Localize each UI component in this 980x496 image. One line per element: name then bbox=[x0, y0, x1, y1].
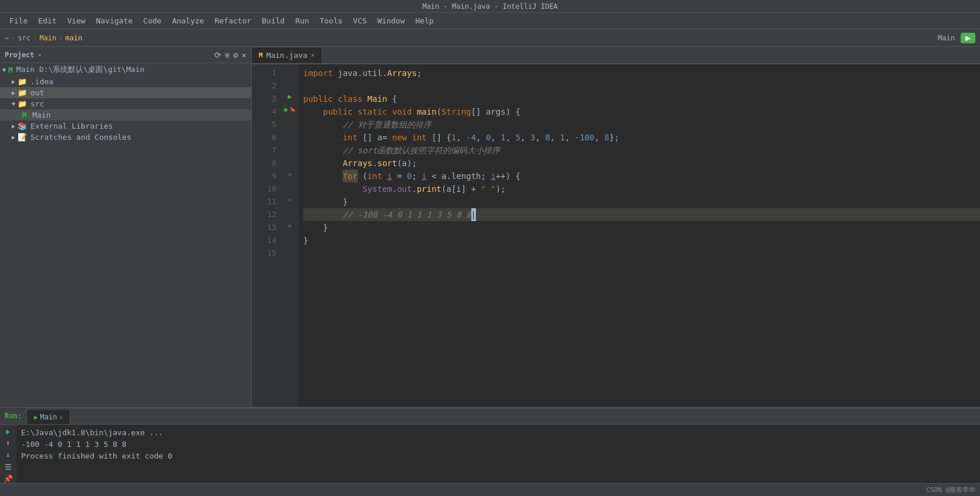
java-file-icon: M bbox=[21, 111, 28, 119]
line-num-4: 4 bbox=[252, 105, 276, 118]
gutter-12 bbox=[281, 206, 299, 219]
menu-window[interactable]: Window bbox=[373, 15, 410, 27]
line-num-12: 12 bbox=[252, 208, 276, 221]
console-output-line: -100 -4 0 1 1 1 3 5 8 8 bbox=[21, 439, 975, 450]
gutter-15 bbox=[281, 244, 299, 257]
nav-back-icon[interactable]: ↔ bbox=[5, 34, 9, 42]
menu-build[interactable]: Build bbox=[257, 15, 289, 27]
run-glyph-3[interactable]: ▶ bbox=[287, 92, 292, 101]
sidebar-title: Project bbox=[5, 51, 35, 59]
run-glyph-4[interactable]: ▶ bbox=[284, 105, 288, 113]
sidebar-header: Project ▾ ⟳ ≡ ⚙ ✕ bbox=[0, 47, 251, 63]
src-label: src bbox=[30, 99, 44, 108]
console-command-line: E:\Java\jdk1.8\bin\java.exe ... bbox=[21, 427, 975, 439]
tree-root[interactable]: ▼ M Main D:\系统默认\桌面\git\Main bbox=[0, 63, 251, 76]
sidebar-sync-icon[interactable]: ⟳ bbox=[214, 50, 221, 60]
code-line-15 bbox=[303, 247, 980, 260]
breadcrumb-main-class[interactable]: Main bbox=[39, 34, 56, 42]
line-num-5: 5 bbox=[252, 118, 276, 131]
folder-icon2: 📁 bbox=[18, 88, 27, 97]
console-down-btn[interactable]: ↓ bbox=[2, 450, 14, 459]
run-button[interactable]: ▶ bbox=[961, 33, 975, 43]
menu-run[interactable]: Run bbox=[290, 15, 313, 27]
tab-close-button[interactable]: ✕ bbox=[311, 51, 315, 59]
run-tab-close[interactable]: ✕ bbox=[59, 414, 63, 421]
tree-out[interactable]: ▶ 📁 out bbox=[0, 87, 251, 98]
bookmark-glyph-11: ◇ bbox=[288, 197, 292, 203]
tab-run-main[interactable]: ▶ Main ✕ bbox=[27, 410, 71, 424]
code-lines[interactable]: import java.util.Arrays; public class Ma… bbox=[299, 64, 980, 407]
console-content: E:\Java\jdk1.8\bin\java.exe ... -100 -4 … bbox=[16, 425, 980, 483]
root-label: Main D:\系统默认\桌面\git\Main bbox=[16, 64, 145, 75]
bookmark-glyph-9: ◇ bbox=[288, 171, 292, 177]
console-run-btn[interactable]: ▶ bbox=[2, 427, 14, 436]
code-line-5: // 对于普通数组的排序 bbox=[303, 118, 980, 131]
code-line-1: import java.util.Arrays; bbox=[303, 67, 980, 80]
line-num-9: 9 bbox=[252, 170, 276, 182]
out-label: out bbox=[30, 88, 44, 97]
line-numbers: 1 2 3 4 5 6 7 8 9 10 11 12 13 14 15 bbox=[252, 64, 281, 407]
line-num-2: 2 bbox=[252, 80, 276, 92]
tree-idea[interactable]: ▶ 📁 .idea bbox=[0, 76, 251, 87]
code-line-12: // -100 -4 0 1 1 1 3 5 8 8| bbox=[303, 208, 980, 221]
main-java-label: Main bbox=[32, 111, 50, 119]
bottom-tab-bar: Run: ▶ Main ✕ bbox=[0, 408, 980, 425]
code-line-3: public class Main { bbox=[303, 92, 980, 105]
project-sidebar: Project ▾ ⟳ ≡ ⚙ ✕ ▼ M Main D:\系统默认\桌面\gi… bbox=[0, 47, 252, 407]
menu-file[interactable]: File bbox=[5, 15, 32, 27]
gutter-13: ◇ bbox=[281, 219, 299, 232]
code-line-2 bbox=[303, 80, 980, 92]
sidebar-icons: ⟳ ≡ ⚙ ✕ bbox=[214, 50, 246, 60]
menu-vcs[interactable]: VCS bbox=[348, 15, 371, 27]
gutter-14 bbox=[281, 232, 299, 244]
tree-scratches[interactable]: ▶ 📝 Scratches and Consoles bbox=[0, 132, 251, 143]
gutter-8 bbox=[281, 154, 299, 167]
menu-navigate[interactable]: Navigate bbox=[91, 15, 138, 27]
arrow-down-icon: ▼ bbox=[2, 67, 6, 73]
statusbar: CSDN @极客李华 bbox=[0, 483, 980, 496]
code-line-10: System.out.print(a[i] + " "); bbox=[303, 182, 980, 195]
console-pin-btn[interactable]: 📌 bbox=[2, 474, 14, 483]
code-line-13: } bbox=[303, 221, 980, 234]
menu-edit[interactable]: Edit bbox=[33, 15, 61, 27]
breadcrumb-src[interactable]: src bbox=[18, 34, 30, 42]
line-num-1: 1 bbox=[252, 67, 276, 80]
sidebar-settings-icon[interactable]: ≡ bbox=[225, 50, 229, 60]
toolbar-right: Main ▶ bbox=[938, 33, 975, 43]
tree-src[interactable]: ▼ 📁 src bbox=[0, 98, 251, 109]
menu-refactor[interactable]: Refactor bbox=[210, 15, 256, 27]
tree-external-libraries[interactable]: ▶ 📚 External Libraries bbox=[0, 120, 251, 132]
code-line-6: int [] a= new int [] {1, -4, 0, 1, 5, 3,… bbox=[303, 131, 980, 144]
gutter-4: ▶ 🔖 bbox=[281, 103, 299, 116]
menubar: File Edit View Navigate Code Analyze Ref… bbox=[0, 13, 980, 29]
tab-main-java[interactable]: M Main.java ✕ bbox=[252, 47, 323, 63]
menu-analyze[interactable]: Analyze bbox=[167, 15, 209, 27]
menu-tools[interactable]: Tools bbox=[315, 15, 347, 27]
code-editor[interactable]: 1 2 3 4 5 6 7 8 9 10 11 12 13 14 15 ▶ bbox=[252, 64, 980, 407]
sidebar-close-icon[interactable]: ✕ bbox=[242, 50, 246, 60]
gutter-7 bbox=[281, 142, 299, 154]
menu-help[interactable]: Help bbox=[411, 15, 438, 27]
main-area: Project ▾ ⟳ ≡ ⚙ ✕ ▼ M Main D:\系统默认\桌面\gi… bbox=[0, 47, 980, 407]
idea-label: .idea bbox=[30, 77, 53, 86]
console-up-btn[interactable]: ↑ bbox=[2, 439, 14, 448]
code-line-4: public static void main(String[] args) { bbox=[303, 105, 980, 118]
console-area: ▶ ↑ ↓ ☰ 📌 E:\Java\jdk1.8\bin\java.exe ..… bbox=[0, 425, 980, 483]
console-exit-message: Process finished with exit code 0 bbox=[21, 450, 975, 462]
gutter-10 bbox=[281, 180, 299, 193]
sidebar-gear-icon[interactable]: ⚙ bbox=[233, 50, 238, 60]
code-line-8: Arrays.sort(a); bbox=[303, 157, 980, 170]
watermark-text: CSDN @极客李华 bbox=[926, 485, 975, 494]
console-list-btn[interactable]: ☰ bbox=[2, 463, 14, 472]
gutter-6 bbox=[281, 129, 299, 142]
menu-view[interactable]: View bbox=[63, 15, 90, 27]
arrow-down-icon2: ▼ bbox=[12, 101, 15, 107]
menu-code[interactable]: Code bbox=[139, 15, 166, 27]
console-gutter: ▶ ↑ ↓ ☰ 📌 bbox=[0, 425, 16, 483]
breadcrumb-main-method[interactable]: main bbox=[66, 34, 83, 42]
line-num-13: 13 bbox=[252, 221, 276, 234]
code-line-11: } bbox=[303, 195, 980, 208]
tree-main-java[interactable]: M Main bbox=[0, 109, 251, 120]
folder-icon3: 📁 bbox=[18, 99, 27, 108]
external-libraries-label: External Libraries bbox=[30, 122, 113, 130]
